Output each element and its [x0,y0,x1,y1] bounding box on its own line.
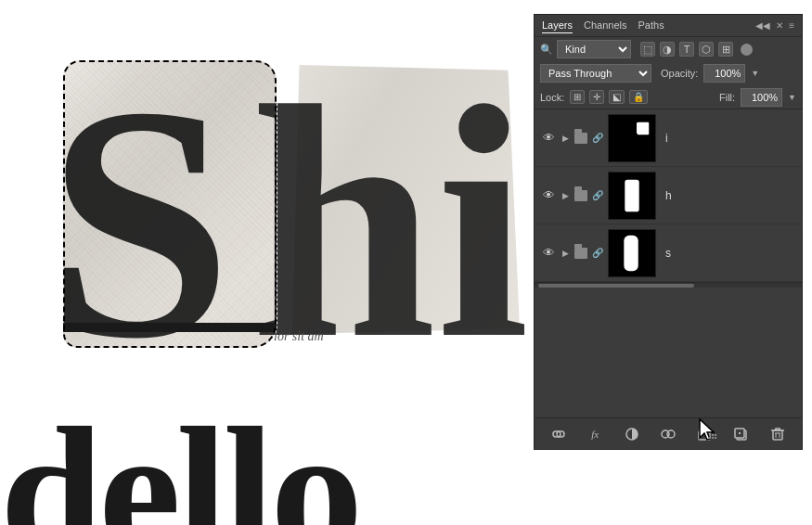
fill-label: Fill: [719,92,735,103]
opacity-arrow-icon[interactable]: ▼ [751,69,759,78]
svg-rect-3 [625,179,638,211]
tab-layers[interactable]: Layers [542,18,573,33]
opacity-input[interactable] [703,64,745,83]
lock-move-icon[interactable]: ✛ [589,90,604,104]
panel-collapse-icon[interactable]: ◀◀ [755,20,770,31]
layer-link-s: 🔗 [592,248,603,258]
layer-visibility-s[interactable]: 👁 [540,245,557,262]
list-progress-bar [538,284,694,288]
pixel-kind-icon[interactable]: ⬚ [640,42,655,57]
layer-group-icon-h [574,190,587,201]
layer-visibility-h[interactable]: 👁 [540,187,557,204]
panel-tabs: Layers Channels Paths [542,18,664,33]
layer-thumb-h [608,172,656,220]
new-layer-icon[interactable] [731,424,752,444]
layer-link-h: 🔗 [592,190,603,200]
lock-row: Lock: ⊞ ✛ ⬕ 🔒 Fill: ▼ [535,85,802,109]
blend-mode-select[interactable]: Pass Through Normal Multiply Screen [540,64,651,83]
delete-layer-icon[interactable] [767,424,788,444]
search-icon: 🔍 [540,44,553,56]
fill-input[interactable] [741,88,782,107]
layer-row[interactable]: 👁 ▶ 🔗 h [535,167,802,224]
layer-row[interactable]: 👁 ▶ 🔗 i [535,109,802,167]
kind-icons: ⬚ ◑ T ⬡ ⊞ [640,42,733,57]
bottom-letters: dello [0,399,358,525]
layer-thumb-i [608,114,656,162]
layers-panel: Layers Channels Paths ◀◀ ✕ ≡ 🔍 Kind ⬚ ◑ … [534,14,803,450]
clipping-mask-icon[interactable] [658,424,678,444]
layer-group-icon-s [574,248,587,259]
layer-link-i: 🔗 [592,133,603,143]
hr-under-s [63,323,277,332]
svg-point-15 [667,430,675,438]
svg-rect-5 [624,235,638,270]
pixel-dot-icon [741,44,753,56]
new-fill-adjustment-icon[interactable] [622,424,642,444]
adjust-kind-icon[interactable]: ◑ [660,42,675,57]
panel-controls: ◀◀ ✕ ≡ [755,20,794,31]
smart-kind-icon[interactable]: ⊞ [718,42,733,57]
layer-group-icon-i [574,133,587,144]
layer-name-h: h [665,189,796,202]
svg-rect-0 [609,115,655,161]
layer-expand-h[interactable]: ▶ [562,191,569,200]
lock-pixels-icon[interactable]: ⊞ [570,90,585,104]
kind-select[interactable]: Kind [557,40,631,58]
layers-list[interactable]: 👁 ▶ 🔗 i 👁 ▶ 🔗 h [535,109,802,417]
tab-paths[interactable]: Paths [638,18,664,33]
svg-rect-1 [638,122,650,134]
fill-arrow-icon[interactable]: ▼ [788,93,796,102]
layer-name-i: i [665,132,796,145]
layer-expand-s[interactable]: ▶ [562,249,569,258]
lock-icons: ⊞ ✛ ⬕ 🔒 [570,90,648,104]
letter-s: S [46,56,223,390]
link-layers-icon[interactable] [548,424,569,444]
list-progress[interactable] [535,282,802,288]
panel-header: Layers Channels Paths ◀◀ ✕ ≡ [535,15,802,37]
kind-row: 🔍 Kind ⬚ ◑ T ⬡ ⊞ [535,37,802,61]
panel-menu-icon[interactable]: ≡ [789,20,794,31]
svg-rect-22 [773,430,782,440]
type-kind-icon[interactable]: T [679,42,694,57]
panel-footer: fx [535,417,802,449]
layer-thumb-s [608,229,656,277]
blend-row: Pass Through Normal Multiply Screen Opac… [535,61,802,85]
tab-channels[interactable]: Channels [584,18,626,33]
panel-close-icon[interactable]: ✕ [776,20,783,31]
layer-name-s: s [665,247,796,260]
opacity-label: Opacity: [661,68,698,79]
layer-expand-i[interactable]: ▶ [562,134,569,143]
fx-icon[interactable]: fx [585,424,605,444]
lorem-text: lor sit am [274,329,324,344]
shape-kind-icon[interactable]: ⬡ [699,42,714,57]
layer-visibility-i[interactable]: 👁 [540,130,557,147]
layer-row[interactable]: 👁 ▶ 🔗 s [535,224,802,282]
lock-all-icon[interactable]: 🔒 [629,90,648,104]
lock-label: Lock: [540,92,564,103]
lock-artboard-icon[interactable]: ⬕ [609,90,625,104]
